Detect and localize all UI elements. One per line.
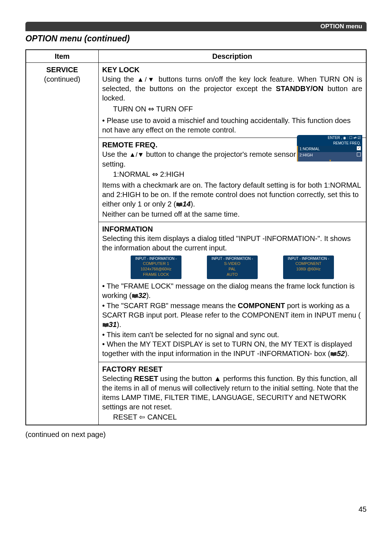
breadcrumb: OPTION menu (320, 23, 362, 30)
left-arrow-icon: ⇦ (139, 413, 145, 421)
osd-sub: REMOTE FREQ. (297, 140, 362, 146)
fr-toggle: RESET ⇦ CANCEL (102, 412, 363, 422)
continued-note: (continued on next page) (25, 430, 367, 439)
rf-p2: Items with a checkmark are on. The facto… (102, 180, 363, 209)
osd-hint: ENTER , ◉ : ☐ ⇄ ☑ (297, 135, 362, 140)
keylock-bullet: • Please use to avoid a mischief and tou… (102, 116, 363, 135)
fr-p1: Selecting RESET using the button ▲ perfo… (102, 374, 363, 412)
remotefreq-cell: REMOTE FREQ. Use the ▲/▼ button to chang… (98, 138, 366, 222)
updown-icon: ▲/▼ (137, 76, 155, 83)
rf-p1: Use the ▲/▼ button to change the project… (102, 150, 297, 168)
checkbox-empty-icon (357, 152, 361, 156)
header-bar: OPTION menu (25, 22, 367, 31)
osd-opt1: 1:NORMAL✓ (297, 146, 362, 152)
rf-toggle: 1:NORMAL ⇔ 2:HIGH (102, 169, 297, 179)
info-title: INFORMATION (102, 224, 363, 234)
factory-reset-cell: FACTORY RESET Selecting RESET using the … (98, 362, 366, 425)
fr-title: FACTORY RESET (102, 364, 363, 374)
keylock-title: KEY LOCK (102, 65, 363, 74)
manual-ref-icon (176, 200, 183, 209)
page-title: OPTION menu (continued) (25, 33, 367, 44)
manual-ref-icon (330, 349, 337, 359)
keylock-p1: Using the ▲/▼ buttons turns on/off the k… (102, 74, 363, 103)
info-b1: • The "FRAME LOCK" message on the dialog… (102, 281, 363, 301)
osd-bottom: ▾ (297, 158, 362, 162)
keylock-cell: KEY LOCK Using the ▲/▼ buttons turns on/… (98, 62, 366, 138)
rf-p3: Neither can be turned off at the same ti… (102, 209, 363, 219)
keylock-toggle: TURN ON ⇔ TURN OFF (102, 104, 363, 114)
manual-ref-icon (102, 320, 109, 330)
lr-arrow-icon: ⇔ (152, 170, 158, 178)
page-number: 45 (25, 504, 367, 514)
info-boxes: INPUT - INFORMATION - COMPUTER 1 1024x76… (102, 255, 363, 279)
info-box: INPUT - INFORMATION - COMPUTER 1 1024x76… (131, 255, 181, 279)
item-cell: SERVICE (continued) (26, 62, 98, 425)
item-label-continued: (continued) (44, 75, 80, 83)
updown-icon: ▲/▼ (129, 151, 144, 158)
info-box: INPUT - INFORMATION - COMPONENT 1080i @6… (283, 255, 334, 279)
checkbox-checked-icon: ✓ (357, 146, 361, 150)
info-b3: • This item can't be selected for no sig… (102, 330, 363, 339)
info-b4: • When the MY TEXT DISPLAY is set to TUR… (102, 339, 363, 359)
col-item: Item (26, 50, 98, 63)
remote-freq-osd: ENTER , ◉ : ☐ ⇄ ☑ REMOTE FREQ. 1:NORMAL✓… (297, 135, 362, 180)
option-table: Item Description SERVICE (continued) KEY… (25, 49, 367, 426)
osd-opt2: 2:HIGH (297, 152, 362, 158)
col-desc: Description (98, 50, 366, 63)
info-box: INPUT - INFORMATION - S-VIDEO PAL AUTO (207, 255, 258, 279)
manual-ref-icon (132, 291, 138, 301)
item-label-service: SERVICE (28, 65, 96, 74)
info-cell: INFORMATION Selecting this item displays… (98, 222, 366, 362)
info-p1: Selecting this item displays a dialog ti… (102, 234, 363, 253)
info-b2: • The "SCART RGB" message means the COMP… (102, 301, 363, 330)
lr-arrow-icon: ⇔ (148, 105, 154, 113)
